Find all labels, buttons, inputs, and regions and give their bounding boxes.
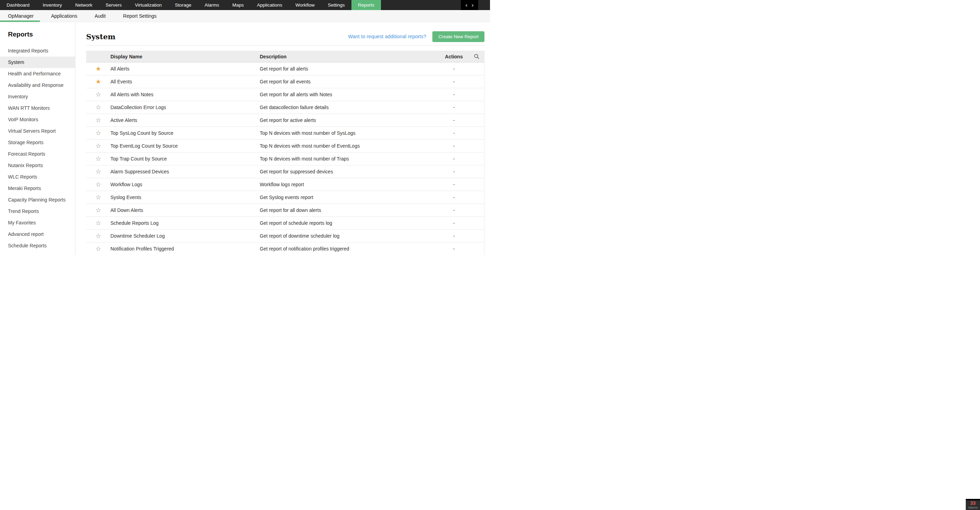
nav-item-servers[interactable]: Servers — [99, 0, 129, 10]
favorite-star-outline-icon[interactable]: ☆ — [86, 156, 110, 162]
report-actions: - — [438, 169, 469, 174]
nav-item-workflow[interactable]: Workflow — [289, 0, 321, 10]
sidebar-item-capacity-planning-reports[interactable]: Capacity Planning Reports — [0, 194, 75, 206]
sidebar-item-schedule-reports[interactable]: Schedule Reports — [0, 240, 75, 252]
report-name[interactable]: Notification Profiles Triggered — [110, 246, 260, 252]
table-row-syslog-events[interactable]: ☆Syslog EventsGet Syslog events report- — [86, 191, 484, 204]
sidebar-item-nutanix-reports[interactable]: Nutanix Reports — [0, 160, 75, 171]
table-row-all-alerts-with-notes[interactable]: ☆All Alerts with NotesGet report for all… — [86, 88, 484, 101]
actions-column-header: Actions — [438, 54, 469, 59]
tab-opmanager[interactable]: OpManager — [8, 13, 34, 19]
favorite-star-outline-icon[interactable]: ☆ — [86, 233, 110, 239]
table-row-top-syslog-count-by-source[interactable]: ☆Top SysLog Count by SourceTop N devices… — [86, 127, 484, 140]
report-name[interactable]: Downtime Scheduler Log — [110, 233, 260, 239]
sidebar-item-advanced-report[interactable]: Advanced report — [0, 229, 75, 240]
nav-item-alarms[interactable]: Alarms — [198, 0, 226, 10]
nav-item-storage[interactable]: Storage — [169, 0, 198, 10]
nav-item-inventory[interactable]: Inventory — [36, 0, 69, 10]
table-row-top-trap-count-by-source[interactable]: ☆Top Trap Count by SourceTop N devices w… — [86, 153, 484, 165]
nav-scroll-left-icon[interactable]: ‹ — [465, 2, 468, 8]
report-name[interactable]: Top SysLog Count by Source — [110, 130, 260, 136]
report-name[interactable]: DataCollection Error Logs — [110, 105, 260, 110]
sidebar-item-my-favorites[interactable]: My Favorites — [0, 217, 75, 229]
table-row-top-eventlog-count-by-source[interactable]: ☆Top EventLog Count by SourceTop N devic… — [86, 140, 484, 153]
nav-item-applications[interactable]: Applications — [250, 0, 289, 10]
report-actions: - — [438, 66, 469, 72]
favorite-star-outline-icon[interactable]: ☆ — [86, 194, 110, 201]
request-reports-link[interactable]: Want to request additional reports? — [348, 34, 426, 39]
sidebar-item-availability-and-response[interactable]: Availability and Response — [0, 80, 75, 91]
sidebar-item-forecast-reports[interactable]: Forecast Reports — [0, 148, 75, 160]
nav-item-reports[interactable]: Reports — [352, 0, 381, 10]
nav-item-settings[interactable]: Settings — [321, 0, 352, 10]
sidebar-item-wan-rtt-monitors[interactable]: WAN RTT Monitors — [0, 102, 75, 114]
tab-report-settings[interactable]: Report Settings — [123, 13, 157, 19]
favorite-star-filled-icon[interactable]: ★ — [86, 78, 110, 85]
report-actions: - — [438, 118, 469, 123]
report-name[interactable]: Active Alerts — [110, 118, 260, 123]
favorite-star-outline-icon[interactable]: ☆ — [86, 245, 110, 252]
table-row-datacollection-error-logs[interactable]: ☆DataCollection Error LogsGet datacollec… — [86, 101, 484, 114]
report-actions: - — [438, 207, 469, 213]
table-row-alarm-suppressed-devices[interactable]: ☆Alarm Suppressed DevicesGet report for … — [86, 165, 484, 178]
report-name[interactable]: All Events — [110, 79, 260, 84]
favorite-star-outline-icon[interactable]: ☆ — [86, 117, 110, 123]
report-name[interactable]: Syslog Events — [110, 194, 260, 200]
nav-item-dashboard[interactable]: Dashboard — [0, 0, 36, 10]
page-body: Reports Integrated ReportsSystemHealth a… — [0, 22, 490, 255]
table-search-button[interactable] — [469, 54, 484, 59]
favorite-star-outline-icon[interactable]: ☆ — [86, 207, 110, 213]
report-description: Get report for all down alerts — [260, 207, 438, 213]
favorite-star-outline-icon[interactable]: ☆ — [86, 220, 110, 226]
sidebar-item-virtual-servers-report[interactable]: Virtual Servers Report — [0, 126, 75, 137]
nav-item-maps[interactable]: Maps — [226, 0, 250, 10]
top-nav-items: DashboardInventoryNetworkServersVirtuali… — [0, 0, 381, 10]
favorite-star-outline-icon[interactable]: ☆ — [86, 169, 110, 175]
sidebar-item-inventory[interactable]: Inventory — [0, 91, 75, 102]
nav-item-virtualization[interactable]: Virtualization — [129, 0, 169, 10]
nav-end-spacer — [478, 0, 490, 10]
display-name-column-header: Display Name — [110, 54, 260, 59]
report-name[interactable]: Schedule Reports Log — [110, 220, 260, 226]
table-row-active-alerts[interactable]: ☆Active AlertsGet report for active aler… — [86, 114, 484, 127]
report-actions: - — [438, 79, 469, 84]
report-name[interactable]: Workflow Logs — [110, 182, 260, 187]
report-description: Get report for all alerts with Notes — [260, 92, 438, 97]
sidebar-item-meraki-reports[interactable]: Meraki Reports — [0, 183, 75, 194]
table-row-workflow-logs[interactable]: ☆Workflow LogsWorkflow logs report- — [86, 178, 484, 191]
sidebar-item-voip-monitors[interactable]: VoIP Monitors — [0, 114, 75, 126]
sidebar-item-system[interactable]: System — [0, 57, 75, 68]
table-row-notification-profiles-triggered[interactable]: ☆Notification Profiles TriggeredGet repo… — [86, 242, 484, 255]
favorite-star-outline-icon[interactable]: ☆ — [86, 104, 110, 110]
table-row-all-events[interactable]: ★All EventsGet report for all events- — [86, 75, 484, 88]
nav-item-network[interactable]: Network — [69, 0, 99, 10]
report-name[interactable]: Top Trap Count by Source — [110, 156, 260, 161]
nav-scroll-right-icon[interactable]: › — [472, 2, 474, 8]
report-actions: - — [438, 143, 469, 149]
report-name[interactable]: All Alerts — [110, 66, 260, 72]
report-name[interactable]: All Down Alerts — [110, 207, 260, 213]
create-new-report-button[interactable]: Create New Report — [432, 31, 484, 42]
report-name[interactable]: Alarm Suppressed Devices — [110, 169, 260, 174]
sidebar-item-integrated-reports[interactable]: Integrated Reports — [0, 45, 75, 57]
sidebar-item-wlc-reports[interactable]: WLC Reports — [0, 171, 75, 183]
table-row-all-alerts[interactable]: ★All AlertsGet report for all alerts- — [86, 62, 484, 75]
favorite-star-outline-icon[interactable]: ☆ — [86, 130, 110, 136]
sidebar-item-health-and-performance[interactable]: Health and Performance — [0, 68, 75, 80]
sidebar-item-storage-reports[interactable]: Storage Reports — [0, 137, 75, 148]
favorite-star-outline-icon[interactable]: ☆ — [86, 181, 110, 188]
tab-audit[interactable]: Audit — [94, 13, 105, 19]
report-name[interactable]: Top EventLog Count by Source — [110, 143, 260, 149]
tab-applications[interactable]: Applications — [51, 13, 78, 19]
favorite-star-outline-icon[interactable]: ☆ — [86, 143, 110, 149]
header-divider — [86, 45, 484, 46]
report-name[interactable]: All Alerts with Notes — [110, 92, 260, 97]
favorite-star-filled-icon[interactable]: ★ — [86, 66, 110, 72]
favorite-star-outline-icon[interactable]: ☆ — [86, 91, 110, 97]
table-row-all-down-alerts[interactable]: ☆All Down AlertsGet report for all down … — [86, 204, 484, 217]
sidebar-item-trend-reports[interactable]: Trend Reports — [0, 206, 75, 217]
report-actions: - — [438, 92, 469, 97]
table-row-downtime-scheduler-log[interactable]: ☆Downtime Scheduler LogGet report of dow… — [86, 230, 484, 242]
table-row-schedule-reports-log[interactable]: ☆Schedule Reports LogGet report of sched… — [86, 217, 484, 230]
sub-nav: OpManagerApplicationsAuditReport Setting… — [0, 10, 490, 22]
